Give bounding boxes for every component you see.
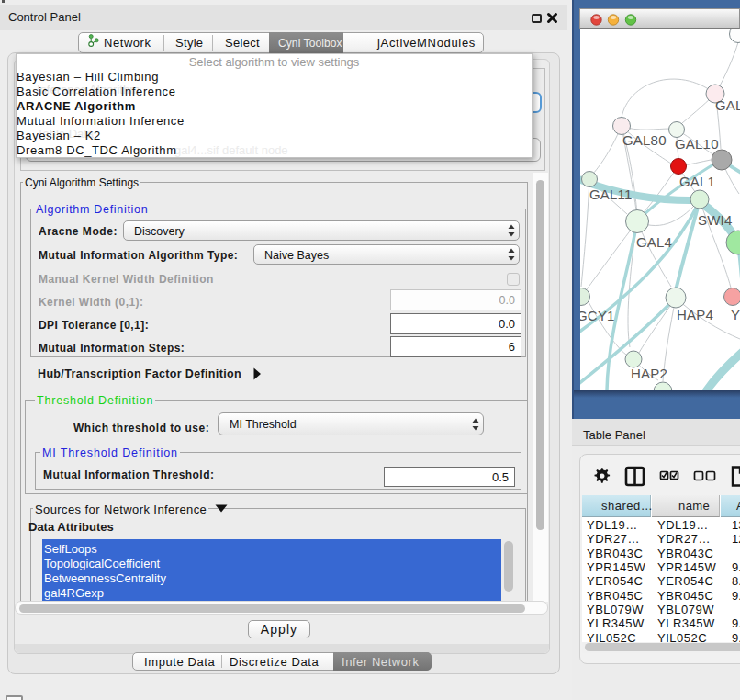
svg-text:HAP2: HAP2 — [631, 366, 667, 381]
svg-text:HAP4: HAP4 — [677, 307, 713, 322]
svg-text:GAL7: GAL7 — [715, 97, 740, 113]
svg-text:SWI4: SWI4 — [698, 212, 732, 228]
svg-text:GAL10: GAL10 — [675, 136, 719, 152]
svg-text:GAL4: GAL4 — [636, 234, 672, 250]
svg-text:GCY1: GCY1 — [580, 308, 615, 323]
svg-text:Y: Y — [731, 307, 740, 322]
svg-text:GAL1: GAL1 — [679, 174, 715, 189]
svg-text:GAL11: GAL11 — [589, 186, 633, 202]
svg-text:GAL80: GAL80 — [622, 132, 667, 148]
